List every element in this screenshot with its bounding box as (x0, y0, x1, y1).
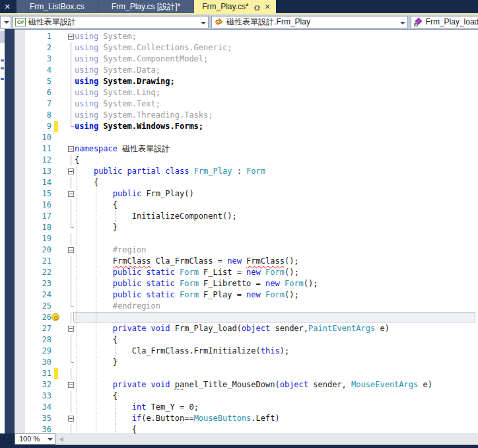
pin-icon[interactable] (253, 3, 261, 11)
code-token: using (75, 65, 98, 75)
line-number[interactable]: 20 (28, 244, 51, 256)
type-dropdown[interactable]: 磁性表單設計.Frm_Play (211, 16, 407, 28)
line-number[interactable]: 23 (28, 278, 51, 289)
fold-guide-line (71, 110, 71, 121)
fold-toggle-icon[interactable] (68, 146, 74, 152)
line-number[interactable]: 25 (28, 301, 51, 312)
code-token (175, 290, 180, 299)
line-number[interactable]: 26 (28, 312, 51, 323)
code-text: using System.Data; (75, 65, 160, 76)
line-number[interactable]: 1 (28, 31, 51, 42)
line-number[interactable]: 5 (28, 76, 51, 87)
tab-frm-listbox[interactable]: Frm_ListBox.cs (17, 0, 98, 13)
fold-toggle-icon[interactable] (68, 416, 74, 422)
fold-guide-line (71, 301, 74, 307)
code-editor[interactable]: 1using System;2using System.Collections.… (15, 30, 478, 433)
fold-toggle-icon[interactable] (68, 382, 74, 388)
left-panel-fragment (1, 78, 4, 80)
line-number[interactable]: 4 (28, 65, 51, 76)
line-number[interactable]: 6 (28, 87, 51, 98)
line-number[interactable]: 28 (28, 334, 51, 346)
code-token: PaintEventArgs (308, 324, 375, 333)
tab-frm-play-design[interactable]: Frm_Play.cs [設計]* (98, 0, 194, 13)
fold-toggle-icon[interactable] (68, 326, 74, 332)
code-token: if (132, 414, 141, 423)
code-line: 36 { (15, 424, 478, 433)
line-number[interactable]: 32 (28, 379, 51, 391)
line-number[interactable]: 17 (28, 211, 51, 222)
line-number[interactable]: 31 (28, 368, 51, 379)
left-panel-dropdown-stub[interactable] (0, 16, 11, 28)
code-token: #endregion (113, 301, 160, 311)
quick-actions-lightbulb-icon[interactable] (51, 313, 59, 321)
tab-frm-play-code[interactable]: Frm_Play.cs* ✕ (194, 0, 276, 13)
fold-toggle-icon[interactable] (68, 168, 74, 174)
code-token: Frm_Play (194, 167, 232, 176)
code-token: Frm_Play_load( (170, 324, 242, 333)
line-number[interactable]: 13 (28, 166, 51, 177)
fold-guide-line (71, 312, 71, 323)
code-token: public static (113, 268, 175, 277)
scroll-left-icon[interactable] (59, 437, 63, 442)
code-text: { (75, 391, 118, 402)
line-number[interactable]: 35 (28, 413, 51, 424)
code-text: { (75, 155, 79, 166)
fold-toggle-icon[interactable] (68, 34, 74, 40)
project-dropdown[interactable]: C# 磁性表單設計 (13, 16, 209, 28)
code-line: 3using System.ComponentModel; (15, 54, 478, 65)
code-line: 22 public static Form F_List = new Form(… (15, 267, 478, 278)
line-number[interactable]: 19 (28, 233, 51, 244)
close-icon[interactable]: ✕ (265, 3, 271, 11)
code-token: F_List = (199, 268, 246, 277)
code-token (261, 290, 265, 299)
fold-guide-line (71, 222, 74, 228)
line-number[interactable]: 16 (28, 200, 51, 211)
code-token: (); (285, 290, 299, 299)
line-number[interactable]: 36 (28, 424, 51, 433)
project-dropdown-label: 磁性表單設計 (28, 17, 76, 28)
horizontal-scrollbar[interactable] (55, 433, 478, 445)
fold-guide-line (71, 256, 71, 267)
zoom-select[interactable]: 100 % (15, 433, 55, 445)
line-number[interactable]: 34 (28, 402, 51, 413)
code-token: public partial class (94, 167, 189, 176)
code-token: (); (285, 268, 299, 277)
left-panel-close-icon[interactable]: ✕ (3, 2, 12, 11)
code-line: 23 public static Form F_Libretto = new F… (15, 278, 478, 289)
code-rows: 1using System;2using System.Collections.… (15, 31, 478, 433)
line-number[interactable]: 3 (28, 54, 51, 65)
fold-guide-line (71, 346, 71, 357)
line-number[interactable]: 18 (28, 222, 51, 233)
code-text: #region (75, 244, 146, 256)
code-token: { (75, 178, 98, 187)
line-number[interactable]: 12 (28, 155, 51, 166)
line-number[interactable]: 24 (28, 289, 51, 301)
line-number[interactable]: 27 (28, 323, 51, 334)
line-number[interactable]: 10 (28, 132, 51, 143)
line-number[interactable]: 8 (28, 110, 51, 121)
line-number[interactable]: 30 (28, 357, 51, 368)
line-number[interactable]: 21 (28, 256, 51, 267)
code-token: System.ComponentModel; (98, 54, 208, 63)
line-number[interactable]: 15 (28, 188, 51, 200)
fold-toggle-icon[interactable] (68, 247, 74, 253)
line-number[interactable]: 14 (28, 177, 51, 188)
fold-toggle-icon[interactable] (68, 191, 74, 197)
line-number[interactable]: 33 (28, 391, 51, 402)
csharp-project-icon: C# (15, 18, 26, 26)
panel-splitter[interactable] (5, 29, 15, 433)
fold-guide-line (71, 76, 71, 87)
code-token: Form (265, 290, 285, 299)
line-number[interactable]: 9 (28, 121, 51, 132)
line-number[interactable]: 29 (28, 346, 51, 357)
line-number[interactable]: 7 (28, 98, 51, 110)
line-number[interactable]: 11 (28, 143, 51, 155)
code-token: using (75, 54, 98, 63)
member-dropdown[interactable]: Frm_Play_load (411, 16, 478, 28)
code-token: Form (180, 290, 199, 299)
indent-guide (96, 312, 96, 323)
line-number[interactable]: 22 (28, 267, 51, 278)
indent-guide (77, 368, 77, 379)
code-token: { (75, 391, 118, 400)
line-number[interactable]: 2 (28, 42, 51, 54)
